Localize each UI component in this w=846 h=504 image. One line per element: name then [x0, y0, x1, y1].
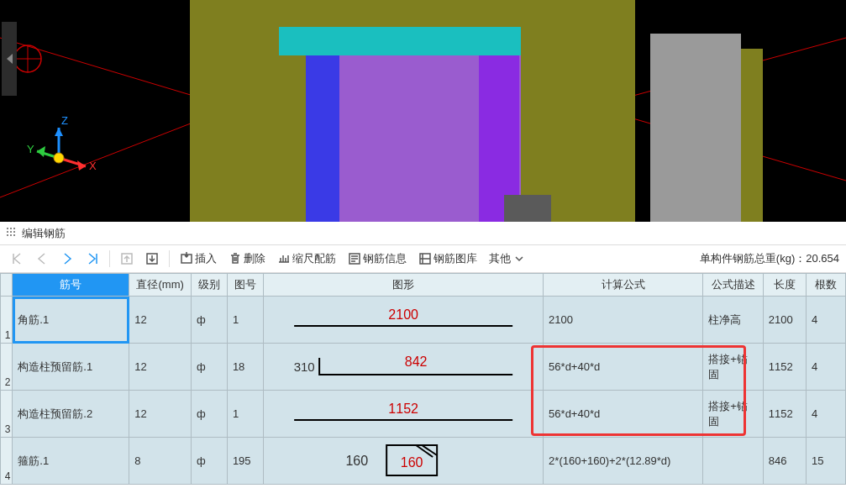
ruler-button[interactable]: 缩尺配筋: [274, 249, 339, 269]
svg-text:X: X: [89, 160, 97, 172]
cell-diameter[interactable]: 8: [129, 438, 192, 485]
cell-figure[interactable]: 195: [227, 438, 263, 485]
cell-grade[interactable]: ф: [191, 297, 227, 344]
cell-grade[interactable]: ф: [191, 438, 227, 485]
export-down-button[interactable]: [142, 249, 162, 268]
col-count[interactable]: 根数: [806, 274, 845, 297]
col-grade[interactable]: 级别: [191, 274, 227, 297]
cell-shape[interactable]: 160 160: [263, 438, 543, 485]
arrow-up-box-icon: [120, 252, 134, 265]
cell-desc[interactable]: 搭接+锚固: [703, 344, 764, 391]
svg-marker-20: [37, 146, 45, 157]
col-figure[interactable]: 图号: [227, 274, 263, 297]
cell-name[interactable]: 构造柱预留筋.2: [13, 391, 129, 438]
viewport-nav-left[interactable]: [2, 22, 17, 96]
rebar-shape-icon: 160 160: [269, 440, 538, 479]
col-diameter[interactable]: 直径(mm): [129, 274, 192, 297]
trash-icon: [229, 252, 242, 265]
cell-desc[interactable]: 柱净高: [703, 297, 764, 344]
nav-prev-button[interactable]: [32, 249, 52, 268]
rebar-shape-icon: 310 842: [269, 346, 538, 385]
cell-length[interactable]: 2100: [763, 297, 806, 344]
row-number: 4: [1, 438, 13, 485]
svg-text:1152: 1152: [388, 402, 418, 416]
svg-text:310: 310: [293, 360, 314, 374]
cell-name[interactable]: 箍筋.1: [13, 438, 129, 485]
table-row[interactable]: 3 构造柱预留筋.2 12 ф 1 1152 56*d+40*d 搭接+锚固 1…: [1, 391, 846, 438]
cell-formula[interactable]: 2100: [544, 297, 703, 344]
cell-shape[interactable]: 310 842: [263, 344, 543, 391]
col-length[interactable]: 长度: [763, 274, 806, 297]
svg-rect-11: [741, 49, 763, 222]
nav-last-button[interactable]: [82, 249, 102, 268]
rebar-table: 筋号 直径(mm) 级别 图号 图形 计算公式 公式描述 长度 根数 1 角筋.…: [0, 273, 846, 485]
cell-grade[interactable]: ф: [191, 344, 227, 391]
table-row[interactable]: 2 构造柱预留筋.1 12 ф 18 310 842 56*d+40*d 搭接+…: [1, 344, 846, 391]
cell-figure[interactable]: 1: [227, 297, 263, 344]
svg-line-1: [0, 116, 210, 197]
row-number: 2: [1, 344, 13, 391]
svg-text:842: 842: [405, 354, 428, 369]
svg-text:2100: 2100: [388, 307, 418, 322]
next-icon: [60, 252, 74, 265]
nav-first-button[interactable]: [7, 249, 27, 268]
panel-title: 编辑钢筋: [22, 226, 66, 241]
col-desc[interactable]: 公式描述: [703, 274, 764, 297]
other-dropdown[interactable]: 其他: [486, 249, 529, 269]
cell-shape[interactable]: 1152: [263, 391, 543, 438]
insert-icon: [180, 252, 193, 265]
rebar-lib-label: 钢筋图库: [434, 251, 477, 266]
cell-desc[interactable]: 搭接+锚固: [703, 391, 764, 438]
cell-name[interactable]: 构造柱预留筋.1: [13, 344, 129, 391]
cell-count[interactable]: 15: [806, 438, 845, 485]
cell-diameter[interactable]: 12: [129, 344, 192, 391]
table-row[interactable]: 1 角筋.1 12 ф 1 2100 2100 柱净高 2100 4: [1, 297, 846, 344]
row-number: 1: [1, 297, 13, 344]
rebar-lib-button[interactable]: 钢筋图库: [415, 249, 481, 269]
total-label: 单构件钢筋总重(kg)：: [700, 252, 806, 265]
table-header-row: 筋号 直径(mm) 级别 图号 图形 计算公式 公式描述 长度 根数: [1, 274, 846, 297]
cell-desc[interactable]: [703, 438, 764, 485]
rebar-info-button[interactable]: 钢筋信息: [344, 249, 410, 269]
insert-button[interactable]: 插入: [176, 249, 220, 269]
cell-diameter[interactable]: 12: [129, 391, 192, 438]
svg-text:Z: Z: [61, 114, 68, 127]
cell-name[interactable]: 角筋.1: [13, 297, 129, 344]
col-rownum[interactable]: [1, 274, 13, 297]
cell-count[interactable]: 4: [806, 344, 845, 391]
cell-grade[interactable]: ф: [191, 391, 227, 438]
rebar-table-wrap[interactable]: 筋号 直径(mm) 级别 图号 图形 计算公式 公式描述 长度 根数 1 角筋.…: [0, 273, 846, 504]
cell-length[interactable]: 846: [763, 438, 806, 485]
col-name[interactable]: 筋号: [13, 274, 129, 297]
row-number: 3: [1, 391, 13, 438]
cell-count[interactable]: 4: [806, 391, 845, 438]
export-up-button[interactable]: [117, 249, 137, 268]
viewport-3d[interactable]: Z X Y: [0, 0, 846, 222]
cell-length[interactable]: 1152: [763, 391, 806, 438]
grip-icon[interactable]: [7, 228, 15, 239]
delete-button[interactable]: 删除: [225, 249, 269, 269]
toolbar: 插入 删除 缩尺配筋 钢筋信息 钢筋图库 其他 单构件钢筋总重(kg)：20.6…: [0, 245, 846, 273]
cell-count[interactable]: 4: [806, 297, 845, 344]
col-formula[interactable]: 计算公式: [544, 274, 703, 297]
cell-formula[interactable]: 56*d+40*d: [544, 344, 703, 391]
cell-diameter[interactable]: 12: [129, 297, 192, 344]
other-label: 其他: [489, 251, 511, 266]
delete-label: 删除: [244, 251, 265, 266]
cell-shape[interactable]: 2100: [263, 297, 543, 344]
col-shape[interactable]: 图形: [263, 274, 543, 297]
cell-formula[interactable]: 56*d+40*d: [544, 391, 703, 438]
total-weight: 单构件钢筋总重(kg)：20.654: [700, 251, 839, 266]
nav-next-button[interactable]: [57, 249, 77, 268]
svg-text:160: 160: [401, 455, 423, 470]
chevron-down-icon: [512, 252, 526, 265]
cell-formula[interactable]: 2*(160+160)+2*(12.89*d): [544, 438, 703, 485]
table-row[interactable]: 4 箍筋.1 8 ф 195 160 160 2*(160+160)+2*(12…: [1, 438, 846, 485]
cell-length[interactable]: 1152: [763, 344, 806, 391]
rebar-shape-icon: 2100: [269, 299, 538, 338]
cell-figure[interactable]: 18: [227, 344, 263, 391]
cell-figure[interactable]: 1: [227, 391, 263, 438]
insert-label: 插入: [195, 251, 217, 266]
ruler-icon: [277, 252, 291, 265]
arrow-down-box-icon: [145, 252, 159, 265]
